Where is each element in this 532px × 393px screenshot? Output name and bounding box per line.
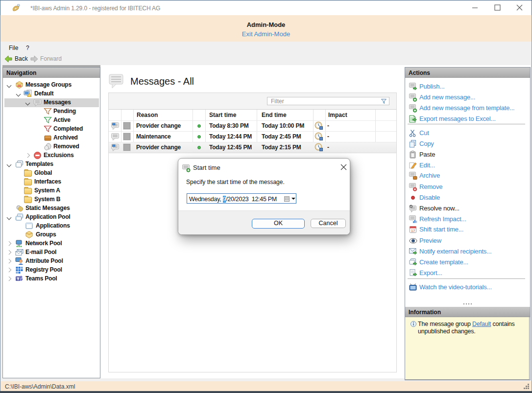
svg-text:17: 17 — [411, 229, 415, 233]
